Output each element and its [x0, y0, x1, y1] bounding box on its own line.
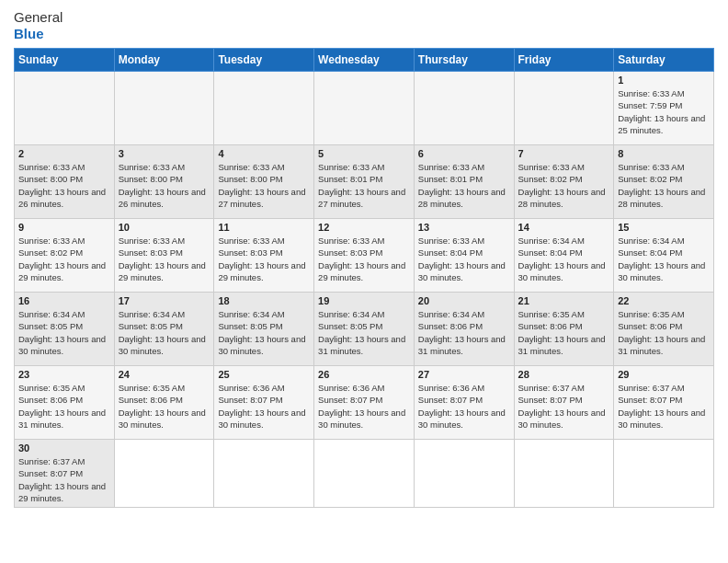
day-info: Sunrise: 6:33 AM Sunset: 8:01 PM Dayligh… — [418, 161, 510, 210]
day-info: Sunrise: 6:33 AM Sunset: 8:00 PM Dayligh… — [218, 161, 310, 210]
page-header: General Blue — [14, 9, 714, 42]
calendar-cell: 18Sunrise: 6:34 AM Sunset: 8:05 PM Dayli… — [214, 293, 314, 366]
day-number: 17 — [119, 295, 210, 306]
header-tuesday: Tuesday — [214, 49, 314, 72]
header-thursday: Thursday — [414, 49, 514, 72]
day-number: 23 — [18, 369, 110, 380]
calendar-cell: 8Sunrise: 6:33 AM Sunset: 8:02 PM Daylig… — [614, 145, 714, 219]
calendar-cell: 27Sunrise: 6:36 AM Sunset: 8:07 PM Dayli… — [414, 366, 514, 440]
calendar-cell: 3Sunrise: 6:33 AM Sunset: 8:00 PM Daylig… — [114, 145, 214, 219]
day-info: Sunrise: 6:33 AM Sunset: 8:00 PM Dayligh… — [18, 161, 110, 210]
calendar-cell — [114, 440, 214, 508]
day-number: 4 — [218, 148, 310, 159]
calendar-cell: 19Sunrise: 6:34 AM Sunset: 8:05 PM Dayli… — [314, 293, 415, 366]
calendar-cell — [214, 72, 314, 145]
day-number: 5 — [318, 148, 410, 159]
day-number: 9 — [18, 222, 110, 233]
day-info: Sunrise: 6:33 AM Sunset: 8:02 PM Dayligh… — [618, 161, 710, 210]
day-number: 25 — [218, 369, 310, 380]
day-info: Sunrise: 6:33 AM Sunset: 8:03 PM Dayligh… — [119, 235, 210, 283]
day-number: 21 — [518, 295, 610, 306]
calendar-cell: 9Sunrise: 6:33 AM Sunset: 8:02 PM Daylig… — [15, 219, 115, 293]
calendar-cell — [514, 440, 614, 508]
calendar-cell: 25Sunrise: 6:36 AM Sunset: 8:07 PM Dayli… — [214, 366, 314, 440]
calendar-cell — [314, 72, 415, 145]
week-row-2: 2Sunrise: 6:33 AM Sunset: 8:00 PM Daylig… — [15, 145, 714, 219]
day-number: 15 — [618, 222, 710, 233]
header-friday: Friday — [514, 49, 614, 72]
day-info: Sunrise: 6:33 AM Sunset: 7:59 PM Dayligh… — [618, 87, 710, 136]
calendar-cell: 22Sunrise: 6:35 AM Sunset: 8:06 PM Dayli… — [614, 293, 714, 366]
day-info: Sunrise: 6:36 AM Sunset: 8:07 PM Dayligh… — [318, 382, 410, 431]
day-number: 28 — [518, 369, 610, 380]
day-number: 6 — [418, 148, 510, 159]
day-info: Sunrise: 6:33 AM Sunset: 8:01 PM Dayligh… — [318, 161, 410, 210]
day-number: 20 — [418, 295, 510, 306]
calendar-cell: 2Sunrise: 6:33 AM Sunset: 8:00 PM Daylig… — [15, 145, 115, 219]
day-number: 29 — [618, 369, 710, 380]
day-number: 12 — [318, 222, 410, 233]
calendar-cell: 4Sunrise: 6:33 AM Sunset: 8:00 PM Daylig… — [214, 145, 314, 219]
calendar-cell — [414, 440, 514, 508]
day-info: Sunrise: 6:33 AM Sunset: 8:02 PM Dayligh… — [518, 161, 610, 210]
calendar-cell — [614, 440, 714, 508]
calendar-cell — [414, 72, 514, 145]
day-info: Sunrise: 6:33 AM Sunset: 8:04 PM Dayligh… — [418, 235, 510, 283]
day-number: 7 — [518, 148, 610, 159]
day-info: Sunrise: 6:34 AM Sunset: 8:05 PM Dayligh… — [318, 308, 410, 357]
calendar-cell: 16Sunrise: 6:34 AM Sunset: 8:05 PM Dayli… — [15, 293, 115, 366]
header-row: SundayMondayTuesdayWednesdayThursdayFrid… — [15, 49, 714, 72]
day-number: 10 — [119, 222, 210, 233]
day-number: 2 — [18, 148, 110, 159]
calendar-cell: 10Sunrise: 6:33 AM Sunset: 8:03 PM Dayli… — [114, 219, 214, 293]
calendar-cell: 11Sunrise: 6:33 AM Sunset: 8:03 PM Dayli… — [214, 219, 314, 293]
calendar-cell: 12Sunrise: 6:33 AM Sunset: 8:03 PM Dayli… — [314, 219, 415, 293]
day-number: 3 — [119, 148, 210, 159]
day-info: Sunrise: 6:34 AM Sunset: 8:04 PM Dayligh… — [618, 235, 710, 283]
calendar-cell: 17Sunrise: 6:34 AM Sunset: 8:05 PM Dayli… — [114, 293, 214, 366]
day-number: 16 — [18, 295, 110, 306]
header-sunday: Sunday — [15, 49, 115, 72]
day-info: Sunrise: 6:35 AM Sunset: 8:06 PM Dayligh… — [18, 382, 110, 431]
calendar-cell: 15Sunrise: 6:34 AM Sunset: 8:04 PM Dayli… — [614, 219, 714, 293]
day-number: 13 — [418, 222, 510, 233]
day-number: 30 — [18, 442, 110, 454]
day-info: Sunrise: 6:33 AM Sunset: 8:03 PM Dayligh… — [318, 235, 410, 283]
day-number: 24 — [119, 369, 210, 380]
day-number: 8 — [618, 148, 710, 159]
day-info: Sunrise: 6:36 AM Sunset: 8:07 PM Dayligh… — [418, 382, 510, 431]
calendar-cell — [514, 72, 614, 145]
calendar-cell: 26Sunrise: 6:36 AM Sunset: 8:07 PM Dayli… — [314, 366, 415, 440]
calendar-table: SundayMondayTuesdayWednesdayThursdayFrid… — [14, 48, 714, 508]
logo-general: General — [14, 9, 63, 26]
day-number: 26 — [318, 369, 410, 380]
calendar-cell: 29Sunrise: 6:37 AM Sunset: 8:07 PM Dayli… — [614, 366, 714, 440]
week-row-3: 9Sunrise: 6:33 AM Sunset: 8:02 PM Daylig… — [15, 219, 714, 293]
calendar-cell: 28Sunrise: 6:37 AM Sunset: 8:07 PM Dayli… — [514, 366, 614, 440]
header-saturday: Saturday — [614, 49, 714, 72]
week-row-4: 16Sunrise: 6:34 AM Sunset: 8:05 PM Dayli… — [15, 293, 714, 366]
week-row-1: 1Sunrise: 6:33 AM Sunset: 7:59 PM Daylig… — [15, 72, 714, 145]
week-row-5: 23Sunrise: 6:35 AM Sunset: 8:06 PM Dayli… — [15, 366, 714, 440]
calendar-cell: 1Sunrise: 6:33 AM Sunset: 7:59 PM Daylig… — [614, 72, 714, 145]
calendar-cell: 21Sunrise: 6:35 AM Sunset: 8:06 PM Dayli… — [514, 293, 614, 366]
calendar-cell: 13Sunrise: 6:33 AM Sunset: 8:04 PM Dayli… — [414, 219, 514, 293]
calendar-cell — [214, 440, 314, 508]
calendar-cell: 7Sunrise: 6:33 AM Sunset: 8:02 PM Daylig… — [514, 145, 614, 219]
calendar-cell: 6Sunrise: 6:33 AM Sunset: 8:01 PM Daylig… — [414, 145, 514, 219]
day-info: Sunrise: 6:35 AM Sunset: 8:06 PM Dayligh… — [119, 382, 210, 431]
day-info: Sunrise: 6:33 AM Sunset: 8:00 PM Dayligh… — [119, 161, 210, 210]
day-info: Sunrise: 6:36 AM Sunset: 8:07 PM Dayligh… — [218, 382, 310, 431]
day-info: Sunrise: 6:34 AM Sunset: 8:05 PM Dayligh… — [119, 308, 210, 357]
header-wednesday: Wednesday — [314, 49, 415, 72]
day-info: Sunrise: 6:34 AM Sunset: 8:06 PM Dayligh… — [418, 308, 510, 357]
day-info: Sunrise: 6:34 AM Sunset: 8:05 PM Dayligh… — [18, 308, 110, 357]
day-info: Sunrise: 6:37 AM Sunset: 8:07 PM Dayligh… — [518, 382, 610, 431]
calendar-cell — [15, 72, 115, 145]
calendar-cell: 5Sunrise: 6:33 AM Sunset: 8:01 PM Daylig… — [314, 145, 415, 219]
week-row-6: 30Sunrise: 6:37 AM Sunset: 8:07 PM Dayli… — [15, 440, 714, 508]
header-monday: Monday — [114, 49, 214, 72]
day-number: 11 — [218, 222, 310, 233]
day-info: Sunrise: 6:33 AM Sunset: 8:02 PM Dayligh… — [18, 235, 110, 283]
day-number: 22 — [618, 295, 710, 306]
